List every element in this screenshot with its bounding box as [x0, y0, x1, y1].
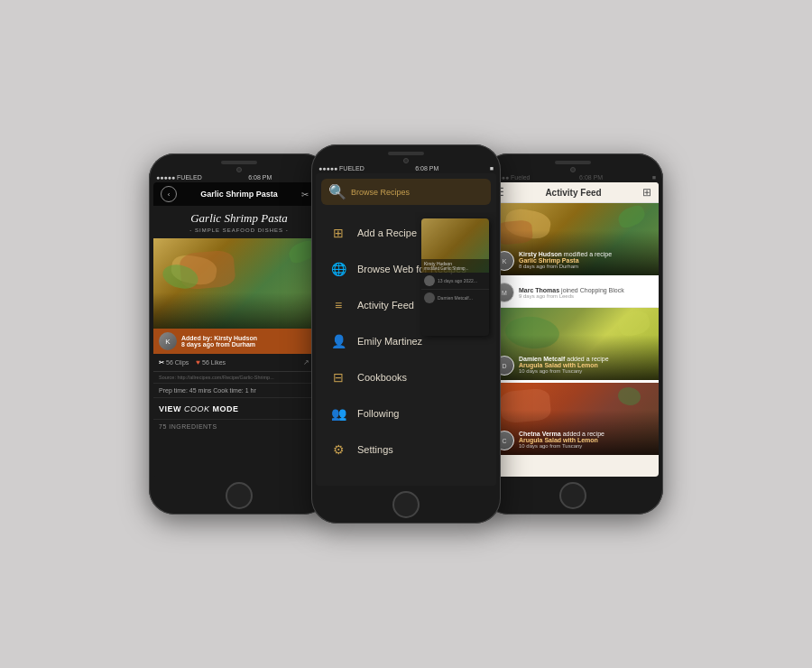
chetna-overlay: C Chetna Verma added a recipe Arugula Sa… — [487, 410, 659, 455]
right-home-button[interactable] — [559, 482, 586, 509]
kirsty-overlay: K Kirsty Hudson modified a recipe Garlic… — [487, 230, 659, 275]
following-icon: 👥 — [328, 404, 348, 423]
clips-count: 56 Clips — [166, 359, 189, 366]
left-screen-content: ‹ Garlic Shrimp Pasta ✂ Garlic Shrimp Pa… — [153, 182, 325, 477]
clips-icon: ✂ — [159, 359, 164, 366]
overlay-text1: 13 days ago 2022... — [438, 278, 486, 283]
cook-mode-section[interactable]: VIEW Cook MODE ▶ — [153, 398, 325, 419]
overlay-text2: Damien Metcalf... — [438, 295, 486, 301]
menu-item-settings[interactable]: ⚙ Settings — [316, 431, 496, 468]
recipe-stats: ✂ 56 Clips ♥ 56 Likes ↗ ⊞ — [153, 354, 325, 372]
overlay-avatar1 — [424, 275, 435, 286]
added-time: 8 days ago from Durham — [181, 341, 255, 348]
right-battery: ■ — [652, 174, 656, 181]
kirsty-recipe: Garlic Shrimp Pasta — [519, 257, 651, 264]
right-screen-content: ☰ Activity Feed ⊞ K Ki — [487, 182, 659, 477]
right-phone-top — [483, 153, 663, 172]
left-phone-screen: ‹ Garlic Shrimp Pasta ✂ Garlic Shrimp Pa… — [153, 182, 325, 477]
phones-container: ●●●●● FUELED 6:08 PM ■ ‹ Garlic Shrimp P… — [131, 144, 681, 524]
overlay-action: modified Garlic Shrimp... — [424, 266, 486, 271]
likes-count: 56 Likes — [202, 359, 226, 366]
overlay-row1: 13 days ago 2022... — [421, 273, 489, 290]
search-text: Browse Recipes — [351, 188, 410, 197]
activity-marc[interactable]: M Marc Thomas joined Chopping Block 9 da… — [487, 278, 659, 308]
search-icon: 🔍 — [328, 183, 346, 200]
ingredients-label: 75 INGREDIENTS — [153, 419, 325, 433]
chetna-info: C Chetna Verma added a recipe Arugula Sa… — [494, 431, 651, 450]
added-by-name: Kirsty Hudson — [214, 335, 257, 341]
food-image — [153, 238, 325, 329]
back-button[interactable]: ‹ — [161, 186, 177, 202]
middle-carrier: ●●●●● FUELED — [318, 165, 364, 172]
left-phone: ●●●●● FUELED 6:08 PM ■ ‹ Garlic Shrimp P… — [149, 153, 329, 515]
added-by-section: K Added by: Kirsty Hudson 8 days ago fro… — [153, 329, 325, 354]
settings-icon: ⚙ — [328, 440, 348, 459]
food-overlay — [153, 292, 325, 329]
cookbooks-label: Cookbooks — [357, 372, 407, 383]
menu-item-cookbooks[interactable]: ⊟ Cookbooks — [316, 359, 496, 395]
middle-home-button[interactable] — [392, 491, 420, 518]
middle-phone-status: ●●●●● FUELED 6:08 PM ■ — [311, 163, 501, 173]
left-time: 6:08 PM — [248, 174, 272, 181]
cook-mode-label: VIEW Cook MODE — [159, 404, 239, 413]
overlay-preview: Kirsty Hudson modified Garlic Shrimp... … — [421, 218, 489, 336]
activity-kirsty[interactable]: K Kirsty Hudson modified a recipe Garlic… — [487, 203, 659, 275]
kirsty-time: 8 days ago from Durham — [519, 264, 651, 269]
middle-battery: ■ — [490, 165, 494, 172]
share-action-icon[interactable]: ↗ — [303, 358, 309, 366]
recipe-title-section: Garlic Shrimp Pasta - SIMPLE SEAFOOD DIS… — [153, 206, 325, 238]
recipe-subtitle: - SIMPLE SEAFOOD DISHES - — [159, 227, 319, 233]
right-phone-screen: ☰ Activity Feed ⊞ K Ki — [487, 182, 659, 477]
recipe-times: Prep time: 45 mins Cook time: 1 hr — [153, 384, 325, 398]
left-carrier: ●●●●● FUELED — [156, 174, 202, 181]
emily-martinez-label: Emily Martinez — [357, 336, 422, 347]
damien-info: D Damien Metcalf added a recipe Arugula … — [494, 356, 651, 376]
damien-text: Damien Metcalf added a recipe Arugula Sa… — [519, 356, 651, 374]
right-time: 6:08 PM — [579, 174, 603, 181]
search-bar[interactable]: 🔍 Browse Recipes — [321, 179, 491, 205]
left-header-title: Garlic Shrimp Pasta — [177, 190, 301, 199]
kirsty-info: K Kirsty Hudson modified a recipe Garlic… — [494, 251, 651, 271]
recipe-source: Source: http://allrecipes.com/Recipe/Gar… — [153, 372, 325, 384]
left-phone-top — [149, 153, 329, 172]
settings-label: Settings — [357, 444, 393, 455]
right-header: ☰ Activity Feed ⊞ — [487, 182, 659, 203]
emily-martinez-icon: 👤 — [328, 331, 348, 351]
left-phone-status: ●●●●● FUELED 6:08 PM ■ — [149, 172, 329, 182]
browse-web-icon: 🌐 — [328, 259, 348, 279]
add-recipe-label: Add a Recipe — [357, 227, 417, 238]
kirsty-avatar: K — [159, 332, 177, 350]
activity-damien[interactable]: D Damien Metcalf added a recipe Arugula … — [487, 308, 659, 380]
activity-feed-icon: ≡ — [328, 295, 348, 315]
added-by-text: Added by: Kirsty Hudson 8 days ago from … — [181, 335, 257, 348]
damien-recipe: Arugula Salad with Lemon — [519, 362, 651, 368]
middle-phone: ●●●●● FUELED 6:08 PM ■ 🔍 Browse Recipes … — [311, 144, 501, 524]
right-phone-status: ●●●●● Fueled 6:08 PM ■ — [483, 172, 663, 182]
left-header: ‹ Garlic Shrimp Pasta ✂ — [153, 182, 325, 206]
likes-stat: ♥ 56 Likes — [196, 358, 226, 366]
activity-chetna[interactable]: C Chetna Verma added a recipe Arugula Sa… — [487, 383, 659, 455]
phone-speaker — [221, 161, 257, 164]
left-home-button[interactable] — [226, 482, 253, 509]
added-by-label: Added by: — [181, 335, 212, 341]
clips-stat: ✂ 56 Clips — [159, 359, 189, 366]
right-add-icon[interactable]: ⊞ — [642, 186, 651, 199]
chetna-recipe: Arugula Salad with Lemon — [519, 437, 651, 443]
kirsty-user: Kirsty Hudson modified a recipe — [519, 251, 651, 257]
chetna-time: 10 days ago from Tuscany — [519, 443, 651, 449]
following-label: Following — [357, 408, 399, 419]
heart-icon: ♥ — [196, 358, 200, 366]
middle-phone-screen: 🔍 Browse Recipes ⊞ Add a Recipe 🌐 Browse… — [316, 173, 496, 486]
right-phone: ●●●●● Fueled 6:08 PM ■ ☰ Activity Feed ⊞ — [483, 153, 663, 515]
salmon-garnish — [616, 385, 641, 407]
damien-time: 10 days ago from Tuscany — [519, 368, 651, 374]
menu-item-following[interactable]: 👥 Following — [316, 395, 496, 431]
add-recipe-icon: ⊞ — [328, 223, 348, 243]
right-header-title: Activity Feed — [545, 188, 601, 198]
damien-overlay: D Damien Metcalf added a recipe Arugula … — [487, 335, 659, 380]
shrimp-garnish — [615, 203, 647, 229]
activity-feed-label: Activity Feed — [357, 300, 414, 311]
overlay-row2: Damien Metcalf... — [421, 290, 489, 306]
right-speaker — [555, 161, 591, 164]
middle-screen-content: 🔍 Browse Recipes ⊞ Add a Recipe 🌐 Browse… — [316, 173, 496, 486]
